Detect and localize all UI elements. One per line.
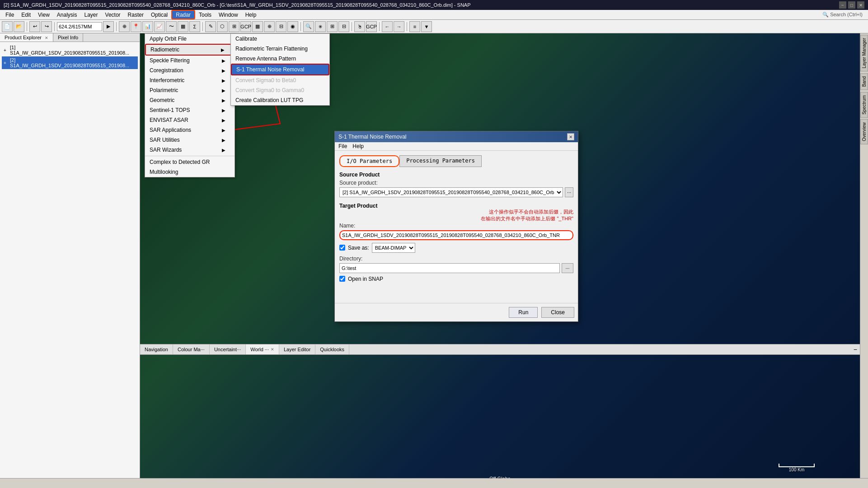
menu-polarimetric[interactable]: Polarimetric ▶: [145, 85, 235, 95]
tool18[interactable]: ⊞: [327, 21, 338, 32]
maximize-button[interactable]: □: [848, 1, 855, 9]
tool1[interactable]: ⊕: [119, 21, 130, 32]
tool22[interactable]: ←: [382, 21, 393, 32]
tool3[interactable]: 📊: [142, 21, 153, 32]
sidebar-band-manager[interactable]: Band: [860, 73, 868, 90]
menu-geometric[interactable]: Geometric ▶: [145, 95, 235, 105]
panel-collapse-btn[interactable]: −: [851, 346, 860, 353]
sidebar-layer-manager[interactable]: Layer Manager: [860, 35, 868, 71]
sidebar-spectrum[interactable]: Spectrum: [860, 92, 868, 118]
tool24[interactable]: ≡: [409, 21, 420, 32]
tree-item-1[interactable]: + [1] S1A_IW_GRDH_1SDV_20190828T095515_2…: [2, 44, 138, 56]
menu-file[interactable]: File: [2, 10, 18, 19]
tab-layer-editor[interactable]: Layer Editor: [279, 344, 315, 354]
tab-uncertainty[interactable]: Uncertaint···: [210, 344, 246, 354]
tree-item-2[interactable]: + [2] S1A_IW_GRDH_1SDV_20190828T095515_2…: [2, 56, 138, 69]
undo-button[interactable]: ↩: [29, 21, 40, 32]
tab-colour-manipulation[interactable]: Colour Ma···: [173, 344, 210, 354]
menu-thermal-noise[interactable]: S-1 Thermal Noise Removal: [231, 64, 329, 75]
menu-complex-detected[interactable]: Complex to Detected GR: [145, 157, 235, 167]
tool13[interactable]: ⊕: [264, 21, 275, 32]
menu-window[interactable]: Window: [215, 10, 242, 19]
tool19[interactable]: ⊟: [338, 21, 349, 32]
expand-icon-2[interactable]: +: [4, 60, 9, 65]
tool4[interactable]: 📈: [154, 21, 165, 32]
tool14[interactable]: ⊟: [276, 21, 286, 32]
tool11[interactable]: GCP: [240, 21, 251, 32]
menu-sentinel1-tops[interactable]: Sentinel-1 TOPS ▶: [145, 105, 235, 115]
run-button[interactable]: Run: [509, 307, 538, 318]
tool25[interactable]: ▼: [421, 21, 432, 32]
directory-input[interactable]: [339, 263, 560, 273]
save-as-checkbox[interactable]: [339, 245, 345, 251]
dialog-close-button[interactable]: ✕: [567, 133, 574, 140]
menu-remove-antenna[interactable]: Remove Antenna Pattern: [231, 54, 329, 64]
source-product-browse[interactable]: ···: [565, 187, 573, 197]
tool17[interactable]: ⛯: [315, 21, 326, 32]
source-product-select[interactable]: [2] S1A_IW_GRDH_1SDV_20190828T095515_201…: [339, 187, 563, 197]
menu-optical[interactable]: Optical: [147, 10, 171, 19]
menu-layer[interactable]: Layer: [81, 10, 102, 19]
tool20[interactable]: 🖱: [354, 21, 365, 32]
tab-close-product[interactable]: ✕: [45, 36, 48, 40]
menu-rtf[interactable]: Radiometric Terrain Flattening: [231, 44, 329, 54]
menu-sar-wizards[interactable]: SAR Wizards ▶: [145, 145, 235, 155]
tool15[interactable]: ◉: [287, 21, 298, 32]
dialog-menu-file[interactable]: File: [338, 143, 347, 149]
menu-vector[interactable]: Vector: [102, 10, 124, 19]
open-in-snap-checkbox[interactable]: [339, 276, 345, 282]
tab-pixel-info[interactable]: Pixel Info: [53, 33, 83, 42]
tab-quicklooks[interactable]: Quicklooks: [315, 344, 349, 354]
new-button[interactable]: 📄: [2, 21, 13, 32]
menu-help[interactable]: Help: [242, 10, 260, 19]
sidebar-overview[interactable]: Overview: [860, 119, 868, 144]
tool10[interactable]: ⊞: [229, 21, 239, 32]
close-button[interactable]: ✕: [857, 1, 864, 9]
dialog-tab-processing[interactable]: Processing Parameters: [399, 155, 482, 167]
close-dialog-button[interactable]: Close: [541, 307, 574, 318]
menu-sar-utilities[interactable]: SAR Utilities ▶: [145, 135, 235, 145]
tool6[interactable]: ▦: [178, 21, 188, 32]
menu-raster[interactable]: Raster: [124, 10, 147, 19]
dialog-tab-io[interactable]: I/O Parameters: [339, 155, 399, 167]
menu-edit[interactable]: Edit: [18, 10, 34, 19]
tool9[interactable]: ⬡: [217, 21, 228, 32]
save-as-select[interactable]: BEAM-DIMAP: [372, 243, 415, 253]
tool7[interactable]: Σ: [189, 21, 200, 32]
menu-interferometric[interactable]: Interferometric ▶: [145, 75, 235, 85]
redo-button[interactable]: ↪: [41, 21, 52, 32]
menu-tools[interactable]: Tools: [195, 10, 215, 19]
tool2[interactable]: 📍: [131, 21, 141, 32]
tool8[interactable]: ✎: [205, 21, 216, 32]
menu-radiometric[interactable]: Radiometric ▶: [145, 44, 235, 56]
tool16[interactable]: 🔍: [303, 21, 314, 32]
expand-icon-1[interactable]: +: [4, 48, 9, 53]
menu-speckle-filtering[interactable]: Speckle Filtering ▶: [145, 56, 235, 65]
search-box[interactable]: 🔍 Search (Ctrl+I): [819, 12, 866, 18]
minimize-button[interactable]: −: [839, 1, 846, 9]
menu-coregistration[interactable]: Coregistration ▶: [145, 65, 235, 75]
directory-browse[interactable]: ···: [562, 263, 573, 273]
menu-calibrate[interactable]: Calibrate: [231, 34, 329, 44]
tool12[interactable]: ▦: [252, 21, 263, 32]
go-button[interactable]: ▶: [103, 21, 114, 32]
tab-world-close[interactable]: ✕: [271, 347, 274, 352]
menu-analysis[interactable]: Analysis: [53, 10, 81, 19]
tool23[interactable]: →: [394, 21, 404, 32]
menu-sar-applications[interactable]: SAR Applications ▶: [145, 125, 235, 135]
tab-world[interactable]: World ··· ✕: [246, 344, 279, 354]
menu-envisat-asar[interactable]: ENVISAT ASAR ▶: [145, 115, 235, 125]
menu-view[interactable]: View: [34, 10, 53, 19]
tab-navigation[interactable]: Navigation: [140, 344, 173, 354]
menu-apply-orbit-file[interactable]: Apply Orbit File: [145, 34, 235, 44]
menu-multilooking[interactable]: Multilooking: [145, 167, 235, 177]
dialog-menu-help[interactable]: Help: [352, 143, 364, 149]
tool21[interactable]: GCP: [366, 21, 377, 32]
open-button[interactable]: 📂: [14, 21, 24, 32]
coord-input[interactable]: [57, 22, 102, 31]
menu-calib-lut[interactable]: Create Calibration LUT TPG: [231, 95, 329, 105]
menu-radar[interactable]: Radar: [171, 10, 195, 19]
tab-product-explorer[interactable]: Product Explorer ✕: [0, 33, 53, 42]
name-input[interactable]: [339, 230, 573, 240]
tool5[interactable]: 〜: [166, 21, 177, 32]
